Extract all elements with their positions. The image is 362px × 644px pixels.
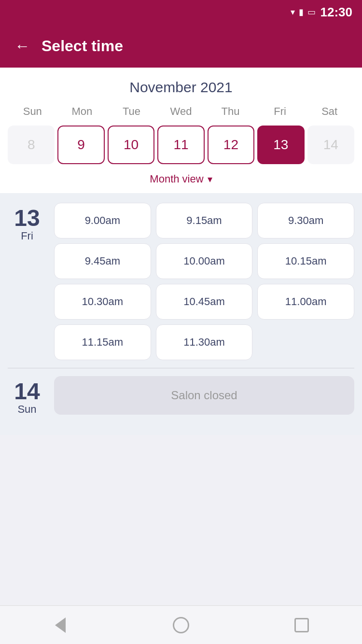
time-slot-930am[interactable]: 9.30am xyxy=(257,203,354,238)
weekday-sat: Sat xyxy=(305,103,354,120)
time-slot-1000am[interactable]: 10.00am xyxy=(156,243,253,279)
status-icons: ▾ ▮ ▭ xyxy=(291,7,316,17)
day-14-number: 14 xyxy=(14,380,40,403)
time-slot-1130am[interactable]: 11.30am xyxy=(156,324,253,360)
wifi-icon: ▾ xyxy=(291,7,295,17)
day-10[interactable]: 10 xyxy=(108,126,154,164)
weekday-row: Sun Mon Tue Wed Thu Fri Sat xyxy=(8,103,354,120)
day-8: 8 xyxy=(8,126,55,164)
nav-back-button[interactable] xyxy=(48,613,72,637)
time-slot-900am[interactable]: 9.00am xyxy=(54,203,151,238)
weekday-mon: Mon xyxy=(57,103,107,120)
day-14-name: Sun xyxy=(17,403,36,416)
app-header: ← Select time xyxy=(0,24,362,68)
weekday-sun: Sun xyxy=(8,103,57,120)
nav-home-button[interactable] xyxy=(169,613,193,637)
calendar-section: November 2021 Sun Mon Tue Wed Thu Fri Sa… xyxy=(0,68,362,193)
day-13[interactable]: 13 xyxy=(257,126,304,164)
bottom-nav xyxy=(0,605,362,644)
month-view-toggle[interactable]: Month view ▾ xyxy=(8,166,354,193)
section-divider xyxy=(8,368,354,368)
time-slot-915am[interactable]: 9.15am xyxy=(156,203,253,238)
home-nav-icon xyxy=(173,617,189,633)
day-13-label: 13 Fri xyxy=(8,203,46,360)
weekday-wed: Wed xyxy=(156,103,206,120)
time-slot-1015am[interactable]: 10.15am xyxy=(257,243,354,279)
signal-icon: ▮ xyxy=(299,7,304,17)
weekday-thu: Thu xyxy=(206,103,255,120)
salon-closed-message: Salon closed xyxy=(54,376,354,415)
day-13-time-grid: 9.00am 9.15am 9.30am 9.45am 10.00am 10.1… xyxy=(54,203,354,360)
day-13-block: 13 Fri 9.00am 9.15am 9.30am 9.45am 10.00… xyxy=(8,203,354,360)
day-14-block: 14 Sun Salon closed xyxy=(8,376,354,425)
day-13-name: Fri xyxy=(21,230,33,242)
time-section: 13 Fri 9.00am 9.15am 9.30am 9.45am 10.00… xyxy=(0,193,362,435)
weekday-tue: Tue xyxy=(107,103,156,120)
time-slot-945am[interactable]: 9.45am xyxy=(54,243,151,279)
page-title: Select time xyxy=(42,37,123,55)
back-nav-icon xyxy=(55,617,66,633)
days-row: 8 9 10 11 12 13 14 xyxy=(8,124,354,166)
month-view-label: Month view xyxy=(150,173,203,185)
day-13-number: 13 xyxy=(14,207,40,230)
day-14: 14 xyxy=(307,126,354,164)
weekday-fri: Fri xyxy=(255,103,305,120)
day-9[interactable]: 9 xyxy=(57,126,104,164)
day-12[interactable]: 12 xyxy=(208,126,254,164)
day-14-label: 14 Sun xyxy=(8,376,46,416)
chevron-down-icon: ▾ xyxy=(208,173,212,185)
time-slot-1115am[interactable]: 11.15am xyxy=(54,324,151,360)
battery-icon: ▭ xyxy=(307,7,316,17)
time-slot-1100am[interactable]: 11.00am xyxy=(257,284,354,320)
time-slot-1030am[interactable]: 10.30am xyxy=(54,284,151,320)
status-time: 12:30 xyxy=(320,5,353,20)
month-year-label: November 2021 xyxy=(8,79,354,96)
day-11[interactable]: 11 xyxy=(157,126,204,164)
nav-recent-button[interactable] xyxy=(290,613,314,637)
status-bar: ▾ ▮ ▭ 12:30 xyxy=(0,0,362,24)
back-button[interactable]: ← xyxy=(14,38,30,54)
recent-nav-icon xyxy=(294,618,309,632)
time-slot-1045am[interactable]: 10.45am xyxy=(156,284,253,320)
